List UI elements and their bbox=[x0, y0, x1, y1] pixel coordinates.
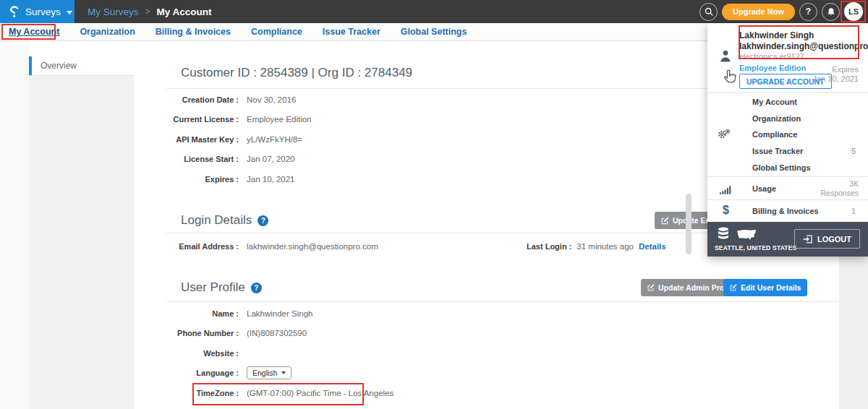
expires-label: Expires bbox=[832, 65, 859, 74]
left-margin bbox=[0, 41, 29, 409]
user-icon bbox=[720, 49, 731, 66]
sidebar-item-label: Overview bbox=[41, 61, 77, 71]
dollar-icon: $ bbox=[723, 204, 729, 217]
app-window: Surveys My Surveys > My Account Upgrade … bbox=[0, 0, 868, 409]
section-heading: Login Details bbox=[181, 213, 252, 228]
language-selected-value: English bbox=[252, 369, 277, 377]
billing-label: Billing & Invoices bbox=[752, 207, 819, 215]
avatar[interactable]: LS bbox=[844, 2, 863, 21]
scrollbar-thumb[interactable] bbox=[686, 194, 692, 254]
field-label: Website : bbox=[166, 349, 239, 358]
menu-item-issue-tracker[interactable]: Issue Tracker 5 bbox=[707, 143, 868, 160]
help-circle-icon[interactable]: ? bbox=[258, 215, 268, 226]
usage-label: Usage bbox=[752, 184, 776, 193]
field-label: Expires : bbox=[166, 175, 239, 184]
bar-chart-icon bbox=[720, 184, 731, 197]
field-label: Current License : bbox=[166, 115, 239, 124]
tab-global-settings[interactable]: Global Settings bbox=[401, 27, 467, 37]
dropdown-user-email: lakhwinder.singh@questionpro.com bbox=[739, 41, 868, 51]
menu-item-badge: 5 bbox=[851, 147, 856, 155]
dropdown-footer: SEATTLE, UNITED STATES LOGOUT bbox=[707, 222, 868, 257]
menu-item-global-settings[interactable]: Global Settings bbox=[707, 159, 868, 176]
field-row-phone: Phone Number : (IN)8087302590 bbox=[166, 324, 393, 344]
breadcrumb-current: My Account bbox=[157, 7, 212, 17]
topbar-actions: Upgrade Now ? LS bbox=[699, 0, 863, 23]
usage-value-block: 3K Responses bbox=[820, 179, 859, 197]
field-value: Nov 30, 2016 bbox=[247, 95, 296, 104]
field-label: Phone Number : bbox=[166, 329, 239, 337]
field-value: Jan 07, 2020 bbox=[247, 155, 295, 163]
menu-item-label: My Account bbox=[752, 98, 797, 106]
field-value: Lakhwinder Singh bbox=[247, 309, 312, 318]
language-select[interactable]: English bbox=[247, 366, 292, 379]
logout-button[interactable]: LOGOUT bbox=[794, 229, 860, 249]
breadcrumb: My Surveys > My Account bbox=[88, 0, 212, 23]
chevron-down-icon bbox=[281, 371, 286, 374]
sidebar-item-overview[interactable]: Overview bbox=[29, 56, 134, 75]
tab-organization[interactable]: Organization bbox=[80, 27, 135, 37]
account-fields: Creation Date : Nov 30, 2016 Current Lic… bbox=[166, 90, 312, 189]
top-bar: Surveys My Surveys > My Account Upgrade … bbox=[0, 0, 868, 23]
database-icon bbox=[717, 227, 730, 244]
field-row-api-master-key: API Master Key : yL/WzFkYH/8= bbox=[166, 129, 312, 150]
expires-date: Jan 10, 2021 bbox=[812, 74, 859, 83]
upgrade-now-button[interactable]: Upgrade Now bbox=[722, 4, 795, 20]
edit-icon bbox=[661, 217, 669, 225]
field-value: (IN)8087302590 bbox=[247, 329, 307, 337]
search-button[interactable] bbox=[699, 3, 718, 21]
section-heading: User Profile bbox=[181, 280, 245, 295]
field-value: Jan 10, 2021 bbox=[247, 175, 295, 184]
edit-user-details-button[interactable]: Edit User Details bbox=[723, 279, 807, 296]
menu-item-compliance[interactable]: Compliance bbox=[707, 126, 868, 143]
help-circle-icon[interactable]: ? bbox=[251, 283, 262, 293]
field-label: Last Login : bbox=[527, 242, 571, 251]
menu-item-organization[interactable]: Organization bbox=[707, 111, 868, 127]
usage-row[interactable]: Usage 3K Responses bbox=[707, 177, 868, 199]
cursor-hand-icon bbox=[722, 69, 736, 88]
breadcrumb-my-surveys[interactable]: My Surveys bbox=[88, 7, 139, 17]
bell-icon bbox=[827, 7, 835, 17]
menu-item-label: Global Settings bbox=[752, 163, 811, 172]
dropdown-menu: My Account Organization Compliance Issue… bbox=[707, 94, 868, 176]
details-link[interactable]: Details bbox=[639, 242, 666, 251]
dropdown-user-name: Lakhwinder Singh bbox=[739, 30, 814, 40]
usage-value: 3K bbox=[849, 179, 859, 188]
server-location: SEATTLE, UNITED STATES bbox=[715, 244, 797, 251]
field-row-creation-date: Creation Date : Nov 30, 2016 bbox=[166, 90, 312, 110]
last-login-value: 31 minutes ago bbox=[576, 242, 634, 251]
divider bbox=[166, 301, 839, 302]
gears-icon bbox=[718, 129, 731, 142]
field-label: Name : bbox=[166, 309, 239, 318]
email-value: lakhwinder.singh@questionpro.com bbox=[247, 242, 378, 251]
logout-icon bbox=[803, 235, 812, 244]
product-switcher[interactable]: Surveys bbox=[0, 0, 75, 23]
field-label: Language : bbox=[166, 369, 239, 377]
tab-my-account[interactable]: My Account bbox=[9, 27, 59, 37]
edition-link[interactable]: Employee Edition bbox=[739, 64, 806, 72]
menu-item-my-account[interactable]: My Account bbox=[707, 94, 868, 111]
expires-block: Expires Jan 10, 2021 bbox=[812, 65, 859, 84]
field-value: Employee Edition bbox=[247, 115, 312, 124]
edit-icon bbox=[647, 284, 655, 291]
button-label: LOGOUT bbox=[817, 235, 851, 244]
field-label: TimeZone : bbox=[166, 389, 239, 397]
field-value: yL/WzFkYH/8= bbox=[247, 135, 302, 144]
user-account-dropdown: Lakhwinder Singh lakhwinder.singh@questi… bbox=[707, 23, 868, 257]
billing-row[interactable]: $ Billing & Invoices 1 bbox=[707, 200, 868, 222]
dropdown-org-id: electronics.er9127 bbox=[739, 52, 804, 61]
profile-fields: Name : Lakhwinder Singh Phone Number : (… bbox=[166, 303, 393, 403]
button-label: Update Em bbox=[673, 216, 712, 225]
field-label: License Start : bbox=[166, 155, 239, 163]
user-profile-title: User Profile ? bbox=[181, 280, 262, 295]
edit-icon bbox=[730, 284, 737, 291]
notifications-button[interactable] bbox=[822, 3, 840, 21]
help-button[interactable]: ? bbox=[799, 3, 817, 21]
usage-unit: Responses bbox=[820, 189, 859, 197]
tab-compliance[interactable]: Compliance bbox=[251, 27, 302, 37]
field-row-language: Language : English bbox=[166, 363, 393, 384]
tab-billing-invoices[interactable]: Billing & Invoices bbox=[156, 27, 231, 37]
field-row-timezone: TimeZone : (GMT-07:00) Pacific Time - Lo… bbox=[166, 383, 393, 403]
tab-issue-tracker[interactable]: Issue Tracker bbox=[323, 27, 380, 37]
us-map-icon bbox=[736, 229, 757, 244]
button-label: Edit User Details bbox=[741, 283, 801, 292]
